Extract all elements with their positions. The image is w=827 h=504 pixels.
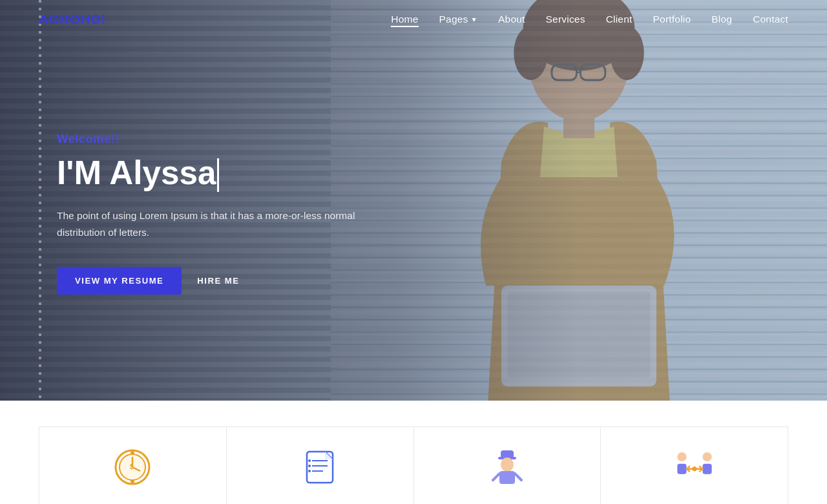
- hero-description: The point of using Lorem Ipsum is that i…: [57, 207, 380, 242]
- svg-point-58: [131, 479, 134, 483]
- hero-section: Welcome!! I'M Alyssa The point of using …: [0, 0, 827, 401]
- svg-line-71: [515, 474, 521, 480]
- handshake-team-icon: [674, 446, 715, 488]
- view-resume-button[interactable]: VIEW MY RESUME: [57, 267, 182, 295]
- svg-point-72: [677, 452, 686, 461]
- nav-about[interactable]: About: [498, 14, 525, 25]
- svg-point-68: [501, 457, 514, 472]
- document-list-icon: [299, 446, 340, 488]
- feature-card-4: [600, 426, 788, 504]
- hero-content: Welcome!! I'M Alyssa The point of using …: [0, 106, 380, 295]
- chevron-down-icon: ▼: [471, 16, 477, 23]
- feature-card-3: [414, 426, 601, 504]
- feature-card-1: $: [39, 426, 226, 504]
- nav-client[interactable]: Client: [606, 14, 633, 25]
- nav-home[interactable]: Home: [391, 14, 418, 27]
- svg-point-65: [308, 470, 311, 472]
- svg-rect-73: [677, 464, 686, 474]
- chef-person-icon: [487, 446, 528, 488]
- clock-icon: $: [112, 446, 153, 488]
- hero-cta-buttons: VIEW MY RESUME HIRE ME: [57, 267, 380, 295]
- hero-name-heading: I'M Alyssa: [57, 155, 380, 192]
- nav-contact[interactable]: Contact: [753, 14, 788, 25]
- svg-rect-69: [499, 471, 515, 484]
- hero-welcome-text: Welcome!!: [57, 132, 380, 146]
- navbar: AGROHO! Home Pages ▼ About Services Clie…: [0, 0, 827, 39]
- nav-links: Home Pages ▼ About Services Client Portf…: [391, 14, 788, 25]
- hire-me-button[interactable]: HIRE ME: [197, 276, 239, 286]
- features-section: $: [0, 401, 827, 504]
- feature-card-2: [226, 426, 414, 504]
- nav-pages[interactable]: Pages ▼: [439, 14, 477, 25]
- cursor-blink: [217, 158, 219, 191]
- svg-rect-75: [702, 464, 711, 474]
- svg-line-70: [493, 474, 499, 480]
- svg-point-57: [131, 451, 134, 455]
- svg-point-77: [692, 467, 696, 471]
- nav-portfolio[interactable]: Portfolio: [653, 14, 691, 25]
- svg-point-63: [308, 459, 311, 462]
- svg-text:$: $: [130, 463, 134, 470]
- nav-services[interactable]: Services: [546, 14, 585, 25]
- svg-point-74: [702, 452, 711, 461]
- brand-logo[interactable]: AGROHO!: [39, 12, 106, 27]
- nav-blog[interactable]: Blog: [711, 14, 732, 25]
- svg-point-64: [308, 465, 311, 467]
